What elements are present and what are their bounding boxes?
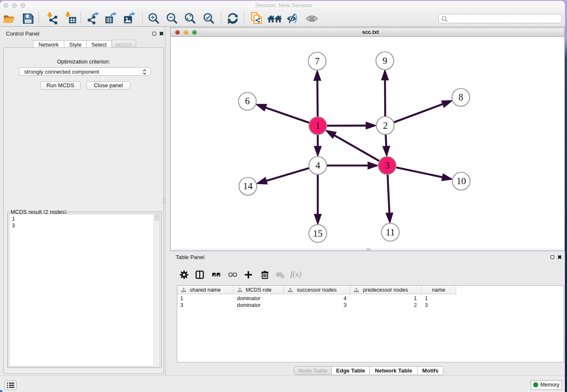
svg-text:15: 15 <box>313 228 323 239</box>
svg-text:2: 2 <box>383 120 388 131</box>
svg-text:3: 3 <box>385 160 389 171</box>
svg-text:11: 11 <box>386 227 395 237</box>
svg-text:8: 8 <box>458 92 463 102</box>
svg-text:14: 14 <box>243 181 253 191</box>
svg-text:6: 6 <box>245 96 250 106</box>
svg-text:7: 7 <box>315 56 319 66</box>
svg-text:1: 1 <box>315 120 320 131</box>
svg-text:10: 10 <box>457 176 466 186</box>
svg-text:4: 4 <box>315 160 320 171</box>
svg-text:9: 9 <box>383 55 387 66</box>
